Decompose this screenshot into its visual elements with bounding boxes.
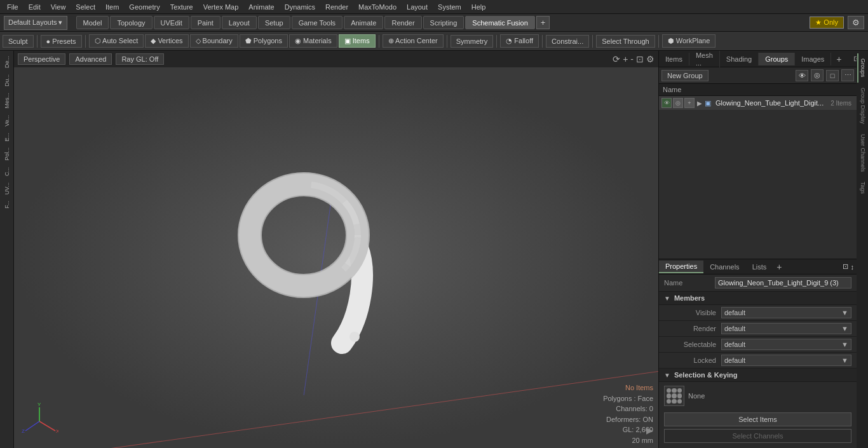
- menu-layout[interactable]: Layout: [402, 2, 432, 12]
- menu-vertex-map[interactable]: Vertex Map: [199, 2, 243, 12]
- select-channels-button[interactable]: Select Channels: [664, 429, 851, 443]
- menu-texture[interactable]: Texture: [166, 2, 198, 12]
- panel-tab-shading[interactable]: Shading: [720, 53, 759, 65]
- left-tab-mes[interactable]: Mes...: [3, 90, 11, 111]
- vertices-button[interactable]: ◆ Vertices: [145, 34, 188, 48]
- props-tab-properties[interactable]: Properties: [659, 261, 703, 273]
- name-input[interactable]: [715, 277, 851, 288]
- materials-button[interactable]: ◉ Materials: [289, 34, 337, 48]
- render-toggle-button[interactable]: ◎: [811, 69, 824, 81]
- render-dropdown[interactable]: default ▼: [721, 323, 851, 334]
- selectable-dropdown[interactable]: default ▼: [721, 339, 851, 350]
- falloff-button[interactable]: ◔ Falloff: [500, 34, 539, 48]
- gear-button[interactable]: ⚙: [848, 16, 864, 29]
- tab-schematic-fusion[interactable]: Schematic Fusion: [465, 16, 534, 29]
- symmetry-button[interactable]: Symmetry: [451, 35, 494, 48]
- tab-paint[interactable]: Paint: [191, 16, 220, 29]
- left-tab-uv[interactable]: UV...: [3, 180, 11, 197]
- visible-dropdown[interactable]: default ▼: [721, 307, 851, 318]
- tab-setup[interactable]: Setup: [258, 16, 290, 29]
- select-items-button[interactable]: Select Items: [664, 412, 851, 426]
- menu-item[interactable]: Item: [101, 2, 123, 12]
- ray-gl-button[interactable]: Ray GL: Off: [116, 53, 164, 65]
- layout-dropdown[interactable]: Default Layouts ▾: [4, 16, 67, 30]
- more-options-button[interactable]: ⋯: [841, 69, 854, 81]
- vtab-tags[interactable]: Tags: [857, 177, 867, 199]
- add-props-tab-button[interactable]: +: [773, 260, 785, 274]
- new-group-button[interactable]: New Group: [661, 70, 709, 81]
- viewport-icon-frame[interactable]: ⊡: [636, 54, 644, 64]
- panel-expand-icon[interactable]: ⊡: [850, 52, 857, 65]
- panel-tab-images[interactable]: Images: [795, 53, 831, 65]
- props-pin-icon[interactable]: ↕: [851, 263, 855, 271]
- menu-animate[interactable]: Animate: [244, 2, 278, 12]
- tab-scripting[interactable]: Scripting: [423, 16, 465, 29]
- props-tab-channels[interactable]: Channels: [703, 261, 745, 273]
- left-tab-ve[interactable]: Ve...: [3, 112, 11, 129]
- panel-tab-items[interactable]: Items: [659, 53, 689, 65]
- menu-system[interactable]: System: [433, 2, 466, 12]
- item-expand-arrow[interactable]: ▶: [697, 100, 702, 107]
- item-render-icon[interactable]: ◎: [673, 98, 683, 108]
- left-tab-du[interactable]: Du...: [3, 72, 11, 89]
- menu-help[interactable]: Help: [467, 2, 491, 12]
- panel-tab-mesh[interactable]: Mesh ...: [689, 51, 720, 69]
- polygons-button[interactable]: ⬟ Polygons: [240, 34, 288, 48]
- keying-section-header[interactable]: ▼ Selection & Keying: [659, 369, 857, 382]
- items-button[interactable]: ▣ Items: [339, 34, 376, 48]
- viewport[interactable]: Perspective Advanced Ray GL: Off ⟳ + - ⊡…: [14, 51, 658, 448]
- props-expand-icon[interactable]: ⊡: [843, 262, 848, 271]
- scene-item-group[interactable]: 👁 ◎ + ▶ ▣ Glowing_Neon_Tube_Light_Digit.…: [659, 96, 857, 111]
- tab-animate[interactable]: Animate: [344, 16, 383, 29]
- menu-edit[interactable]: Edit: [24, 2, 45, 12]
- left-tab-c[interactable]: C...: [3, 165, 11, 179]
- vtab-group-display[interactable]: Group Display: [857, 83, 867, 129]
- viewport-icon-zoom-in[interactable]: +: [623, 54, 628, 64]
- viewport-icon-rotate[interactable]: ⟳: [613, 54, 620, 64]
- locked-dropdown[interactable]: default ▼: [721, 355, 851, 366]
- vtab-groups[interactable]: Groups: [857, 53, 867, 83]
- tab-uvedit[interactable]: UVEdit: [154, 16, 189, 29]
- menu-geometry[interactable]: Geometry: [125, 2, 164, 12]
- star-only-button[interactable]: ★ Only: [810, 17, 844, 29]
- tab-model[interactable]: Model: [76, 16, 109, 29]
- menu-dynamics[interactable]: Dynamics: [280, 2, 320, 12]
- presets-button[interactable]: ● Presets: [41, 35, 82, 48]
- action-center-button[interactable]: ⊕ Action Center: [383, 34, 444, 48]
- left-tab-f[interactable]: F...: [3, 198, 11, 211]
- props-tab-lists[interactable]: Lists: [746, 261, 773, 273]
- members-section-header[interactable]: ▼ Members: [659, 292, 857, 305]
- boundary-button[interactable]: ◇ Boundary: [190, 34, 238, 48]
- viewport-icon-settings[interactable]: ⚙: [646, 54, 654, 64]
- add-panel-tab-button[interactable]: +: [831, 51, 846, 67]
- menu-file[interactable]: File: [3, 2, 23, 12]
- constraints-button[interactable]: Constrai...: [546, 35, 589, 48]
- select-through-button[interactable]: Select Through: [596, 35, 654, 48]
- auto-select-button[interactable]: ⬡ Auto Select: [89, 34, 144, 48]
- tab-topology[interactable]: Topology: [110, 16, 152, 29]
- left-tab-de[interactable]: De...: [3, 53, 11, 71]
- eye-toggle-button[interactable]: 👁: [796, 70, 808, 81]
- left-tab-e[interactable]: E...: [3, 130, 11, 144]
- item-eye-icon[interactable]: 👁: [661, 98, 672, 108]
- menu-view[interactable]: View: [46, 2, 71, 12]
- workplane-button[interactable]: ⬢ WorkPlane: [662, 34, 716, 48]
- menu-render[interactable]: Render: [321, 2, 353, 12]
- sculpt-button[interactable]: Sculpt: [3, 35, 34, 48]
- tab-layout[interactable]: Layout: [222, 16, 257, 29]
- left-tab-pol[interactable]: Pol...: [3, 145, 11, 163]
- viewport-canvas[interactable]: No Items Polygons : Face Channels: 0 Def…: [14, 67, 658, 448]
- lock-toggle-button[interactable]: □: [826, 70, 839, 81]
- panel-tab-groups[interactable]: Groups: [759, 53, 795, 65]
- menu-maxtomodo[interactable]: MaxToModo: [354, 2, 401, 12]
- perspective-button[interactable]: Perspective: [18, 53, 65, 65]
- vtab-user-channels[interactable]: User Channels: [857, 129, 867, 177]
- item-lock-icon[interactable]: +: [684, 98, 695, 108]
- tab-render[interactable]: Render: [384, 16, 421, 29]
- menu-select[interactable]: Select: [71, 2, 100, 12]
- viewport-icon-zoom-out[interactable]: -: [630, 54, 634, 64]
- scroll-right-arrow[interactable]: ▶: [646, 425, 653, 435]
- tab-game-tools[interactable]: Game Tools: [292, 16, 343, 29]
- advanced-button[interactable]: Advanced: [69, 53, 112, 65]
- add-layout-tab-button[interactable]: +: [536, 16, 550, 29]
